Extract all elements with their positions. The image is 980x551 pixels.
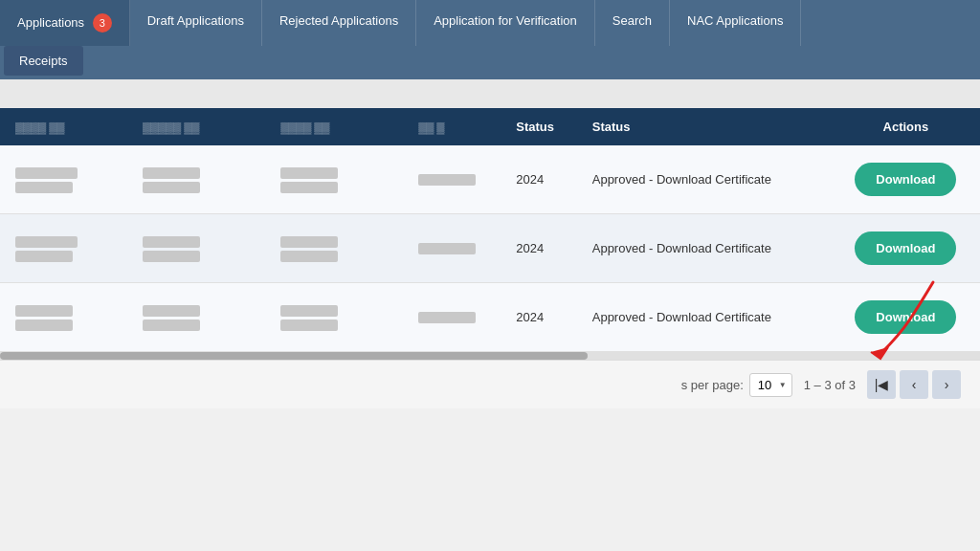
cell-3-status: Approved - Download Certificate	[577, 283, 832, 352]
cell-2-action: Download	[832, 214, 980, 283]
cell-1-2	[127, 145, 265, 214]
tab-search[interactable]: Search	[595, 0, 670, 46]
cell-2-1	[0, 214, 127, 283]
col-header-reporting: Status	[501, 108, 577, 145]
cell-1-year: 2024	[501, 145, 577, 214]
first-page-icon: |◀	[875, 377, 889, 392]
next-page-button[interactable]: ›	[932, 370, 961, 399]
first-page-button[interactable]: |◀	[867, 370, 896, 399]
tab-nac[interactable]: NAC Applications	[670, 0, 801, 46]
cell-2-2	[127, 214, 265, 283]
scrollbar-thumb[interactable]	[0, 352, 588, 360]
table-body: 2024 Approved - Download Certificate Dow…	[0, 145, 980, 352]
cell-1-3	[265, 145, 403, 214]
download-button-1[interactable]: Download	[855, 163, 956, 196]
prev-page-button[interactable]: ‹	[900, 370, 928, 399]
col-header-3: ▓▓▓▓ ▓▓	[265, 108, 403, 145]
rows-per-page-select[interactable]: 10 25 50	[749, 373, 792, 397]
rows-per-page-label: s per page:	[681, 378, 744, 392]
table-row: 2024 Approved - Download Certificate Dow…	[0, 283, 980, 352]
cell-1-action: Download	[832, 145, 980, 214]
cell-1-4	[403, 145, 501, 214]
col-header-4: ▓▓ ▓	[403, 108, 501, 145]
rows-per-page-wrapper: 10 25 50	[749, 373, 792, 397]
download-button-2[interactable]: Download	[855, 231, 956, 265]
prev-page-icon: ‹	[912, 377, 917, 392]
tab-rejected[interactable]: Rejected Applications	[262, 0, 416, 46]
content-spacer	[0, 79, 980, 108]
download-button-3[interactable]: Download	[855, 300, 956, 334]
table-row: 2024 Approved - Download Certificate Dow…	[0, 145, 980, 214]
cell-3-action: Download	[832, 283, 980, 352]
applications-table-container: ▓▓▓▓ ▓▓ ▓▓▓▓▓ ▓▓ ▓▓▓▓ ▓▓ ▓▓ ▓ Status Sta…	[0, 108, 980, 352]
rows-per-page-control: s per page: 10 25 50	[681, 373, 792, 397]
col-header-actions: Actions	[832, 108, 980, 145]
col-header-1: ▓▓▓▓ ▓▓	[0, 108, 127, 145]
cell-3-4	[403, 283, 501, 352]
cell-3-2	[127, 283, 265, 352]
cell-2-3	[265, 214, 403, 283]
applications-badge: 3	[93, 13, 112, 33]
tab-receipts[interactable]: Receipts	[4, 46, 83, 76]
cell-1-1	[0, 145, 127, 214]
cell-2-status: Approved - Download Certificate	[577, 214, 832, 283]
tab-draft[interactable]: Draft Applications	[130, 0, 262, 46]
pagination-bar: s per page: 10 25 50 1 – 3 of 3 |◀ ‹ ›	[0, 360, 980, 408]
tab-applications[interactable]: Applications 3	[0, 0, 130, 46]
pagination-buttons: |◀ ‹ ›	[867, 370, 961, 399]
cell-3-year: 2024	[501, 283, 577, 352]
horizontal-scrollbar[interactable]	[0, 352, 980, 360]
cell-3-3	[265, 283, 403, 352]
page-wrapper: Applications 3 Draft Applications Reject…	[0, 0, 980, 551]
col-header-2: ▓▓▓▓▓ ▓▓	[127, 108, 265, 145]
next-page-icon: ›	[945, 377, 949, 392]
cell-3-1	[0, 283, 127, 352]
table-header-row: ▓▓▓▓ ▓▓ ▓▓▓▓▓ ▓▓ ▓▓▓▓ ▓▓ ▓▓ ▓ Status Sta…	[0, 108, 980, 145]
cell-1-status: Approved - Download Certificate	[577, 145, 832, 214]
applications-table: ▓▓▓▓ ▓▓ ▓▓▓▓▓ ▓▓ ▓▓▓▓ ▓▓ ▓▓ ▓ Status Sta…	[0, 108, 980, 352]
page-info: 1 – 3 of 3	[804, 378, 856, 392]
tab-verification[interactable]: Application for Verification	[416, 0, 595, 46]
cell-2-year: 2024	[501, 214, 577, 283]
table-row: 2024 Approved - Download Certificate Dow…	[0, 214, 980, 283]
cell-2-4	[403, 214, 501, 283]
nav-tabs-row2: Receipts	[0, 46, 980, 79]
nav-tabs-row1: Applications 3 Draft Applications Reject…	[0, 0, 980, 46]
col-header-status: Status	[577, 108, 832, 145]
